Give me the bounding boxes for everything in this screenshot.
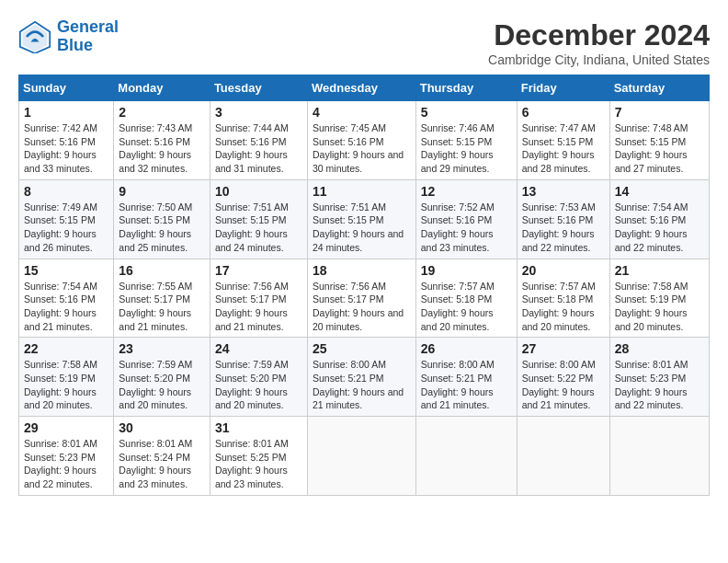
daylight-label: Daylight: 9 hours and 21 minutes. — [421, 386, 494, 411]
day-number: 29 — [24, 420, 108, 435]
day-info: Sunrise: 7:54 AM Sunset: 5:16 PM Dayligh… — [615, 201, 704, 255]
calendar-header-sunday: Sunday — [19, 75, 114, 101]
day-info: Sunrise: 7:57 AM Sunset: 5:18 PM Dayligh… — [421, 280, 512, 334]
sunrise-label: Sunrise: 7:44 AM — [215, 122, 289, 133]
sunset-label: Sunset: 5:19 PM — [24, 373, 96, 384]
sunrise-label: Sunrise: 7:47 AM — [522, 122, 596, 133]
calendar-cell: 30 Sunrise: 8:01 AM Sunset: 5:24 PM Dayl… — [114, 417, 210, 496]
day-info: Sunrise: 8:00 AM Sunset: 5:22 PM Dayligh… — [522, 358, 605, 412]
calendar-cell: 29 Sunrise: 8:01 AM Sunset: 5:23 PM Dayl… — [19, 417, 114, 496]
sunset-label: Sunset: 5:18 PM — [421, 293, 493, 304]
sunrise-label: Sunrise: 7:52 AM — [421, 201, 495, 213]
day-number: 13 — [522, 184, 605, 199]
month-title: December 2024 — [488, 18, 710, 52]
calendar-cell — [307, 417, 415, 496]
sunset-label: Sunset: 5:15 PM — [313, 214, 384, 225]
day-info: Sunrise: 7:56 AM Sunset: 5:17 PM Dayligh… — [215, 280, 302, 334]
calendar-cell — [609, 417, 709, 496]
day-number: 30 — [119, 420, 205, 435]
location: Cambridge City, Indiana, United States — [488, 52, 710, 67]
sunset-label: Sunset: 5:16 PM — [119, 136, 190, 147]
day-number: 2 — [119, 105, 205, 120]
calendar-week-2: 8 Sunrise: 7:49 AM Sunset: 5:15 PM Dayli… — [19, 179, 710, 259]
sunrise-label: Sunrise: 7:58 AM — [24, 359, 97, 370]
calendar-header-row: SundayMondayTuesdayWednesdayThursdayFrid… — [19, 75, 710, 101]
daylight-label: Daylight: 9 hours and 32 minutes. — [119, 149, 191, 174]
sunset-label: Sunset: 5:20 PM — [119, 373, 190, 384]
daylight-label: Daylight: 9 hours and 31 minutes. — [215, 149, 288, 174]
daylight-label: Daylight: 9 hours and 20 minutes. — [615, 307, 688, 332]
calendar-cell: 7 Sunrise: 7:48 AM Sunset: 5:15 PM Dayli… — [609, 101, 709, 180]
daylight-label: Daylight: 9 hours and 21 minutes. — [522, 386, 595, 411]
sunset-label: Sunset: 5:15 PM — [119, 214, 190, 225]
sunrise-label: Sunrise: 7:48 AM — [615, 122, 688, 133]
sunrise-label: Sunrise: 7:45 AM — [313, 122, 386, 133]
sunrise-label: Sunrise: 8:00 AM — [421, 359, 495, 370]
daylight-label: Daylight: 9 hours and 22 minutes. — [615, 228, 688, 253]
day-number: 20 — [522, 263, 605, 278]
daylight-label: Daylight: 9 hours and 22 minutes. — [615, 386, 688, 411]
day-info: Sunrise: 7:49 AM Sunset: 5:15 PM Dayligh… — [24, 201, 108, 255]
calendar-cell: 31 Sunrise: 8:01 AM Sunset: 5:25 PM Dayl… — [210, 417, 307, 496]
day-number: 6 — [522, 105, 605, 120]
sunrise-label: Sunrise: 7:57 AM — [421, 281, 495, 292]
sunset-label: Sunset: 5:17 PM — [119, 293, 190, 304]
sunset-label: Sunset: 5:21 PM — [313, 373, 384, 384]
sunrise-label: Sunrise: 7:59 AM — [215, 359, 289, 370]
day-number: 19 — [421, 263, 512, 278]
calendar-cell: 23 Sunrise: 7:59 AM Sunset: 5:20 PM Dayl… — [114, 338, 210, 417]
calendar-cell: 17 Sunrise: 7:56 AM Sunset: 5:17 PM Dayl… — [210, 259, 307, 338]
day-number: 3 — [215, 105, 302, 120]
daylight-label: Daylight: 9 hours and 23 minutes. — [119, 465, 191, 489]
day-info: Sunrise: 7:50 AM Sunset: 5:15 PM Dayligh… — [119, 201, 205, 255]
calendar-cell: 22 Sunrise: 7:58 AM Sunset: 5:19 PM Dayl… — [19, 338, 114, 417]
calendar-cell: 2 Sunrise: 7:43 AM Sunset: 5:16 PM Dayli… — [114, 101, 210, 180]
calendar-cell: 16 Sunrise: 7:55 AM Sunset: 5:17 PM Dayl… — [114, 259, 210, 338]
calendar-cell: 11 Sunrise: 7:51 AM Sunset: 5:15 PM Dayl… — [307, 179, 415, 259]
sunset-label: Sunset: 5:23 PM — [24, 452, 96, 463]
calendar-cell: 14 Sunrise: 7:54 AM Sunset: 5:16 PM Dayl… — [609, 179, 709, 259]
day-info: Sunrise: 7:56 AM Sunset: 5:17 PM Dayligh… — [313, 280, 411, 334]
sunset-label: Sunset: 5:16 PM — [24, 293, 96, 304]
daylight-label: Daylight: 9 hours and 27 minutes. — [615, 149, 688, 174]
logo-line1: General — [57, 17, 119, 36]
sunrise-label: Sunrise: 7:55 AM — [119, 281, 192, 292]
sunrise-label: Sunrise: 8:01 AM — [215, 438, 289, 449]
calendar-cell: 5 Sunrise: 7:46 AM Sunset: 5:15 PM Dayli… — [415, 101, 517, 180]
calendar-cell: 24 Sunrise: 7:59 AM Sunset: 5:20 PM Dayl… — [210, 338, 307, 417]
sunset-label: Sunset: 5:21 PM — [421, 373, 493, 384]
sunset-label: Sunset: 5:16 PM — [24, 136, 96, 147]
sunrise-label: Sunrise: 8:01 AM — [615, 359, 688, 370]
day-info: Sunrise: 7:45 AM Sunset: 5:16 PM Dayligh… — [313, 121, 411, 176]
calendar-cell: 27 Sunrise: 8:00 AM Sunset: 5:22 PM Dayl… — [517, 338, 609, 417]
sunset-label: Sunset: 5:16 PM — [215, 136, 287, 147]
day-number: 18 — [313, 263, 411, 278]
calendar-header-friday: Friday — [517, 75, 609, 101]
sunset-label: Sunset: 5:15 PM — [615, 136, 687, 147]
day-number: 10 — [215, 184, 302, 199]
day-number: 5 — [421, 105, 512, 120]
logo-icon — [18, 20, 51, 53]
day-number: 11 — [313, 184, 411, 199]
calendar-cell: 19 Sunrise: 7:57 AM Sunset: 5:18 PM Dayl… — [415, 259, 517, 338]
title-section: December 2024 Cambridge City, Indiana, U… — [488, 18, 710, 67]
sunset-label: Sunset: 5:16 PM — [615, 214, 687, 225]
calendar-cell: 3 Sunrise: 7:44 AM Sunset: 5:16 PM Dayli… — [210, 101, 307, 180]
day-number: 24 — [215, 341, 302, 356]
day-info: Sunrise: 8:01 AM Sunset: 5:24 PM Dayligh… — [119, 437, 205, 491]
calendar-cell: 15 Sunrise: 7:54 AM Sunset: 5:16 PM Dayl… — [19, 259, 114, 338]
calendar-week-3: 15 Sunrise: 7:54 AM Sunset: 5:16 PM Dayl… — [19, 259, 710, 338]
sunset-label: Sunset: 5:20 PM — [215, 373, 287, 384]
daylight-label: Daylight: 9 hours and 20 minutes. — [522, 307, 595, 332]
day-number: 9 — [119, 184, 205, 199]
daylight-label: Daylight: 9 hours and 33 minutes. — [24, 149, 97, 174]
calendar-week-5: 29 Sunrise: 8:01 AM Sunset: 5:23 PM Dayl… — [19, 417, 710, 496]
daylight-label: Daylight: 9 hours and 23 minutes. — [215, 465, 288, 489]
day-info: Sunrise: 7:52 AM Sunset: 5:16 PM Dayligh… — [421, 201, 512, 255]
calendar-cell: 25 Sunrise: 8:00 AM Sunset: 5:21 PM Dayl… — [307, 338, 415, 417]
calendar-cell: 21 Sunrise: 7:58 AM Sunset: 5:19 PM Dayl… — [609, 259, 709, 338]
sunset-label: Sunset: 5:22 PM — [522, 373, 594, 384]
daylight-label: Daylight: 9 hours and 20 minutes. — [24, 386, 97, 411]
calendar-header-saturday: Saturday — [609, 75, 709, 101]
sunset-label: Sunset: 5:15 PM — [215, 214, 287, 225]
